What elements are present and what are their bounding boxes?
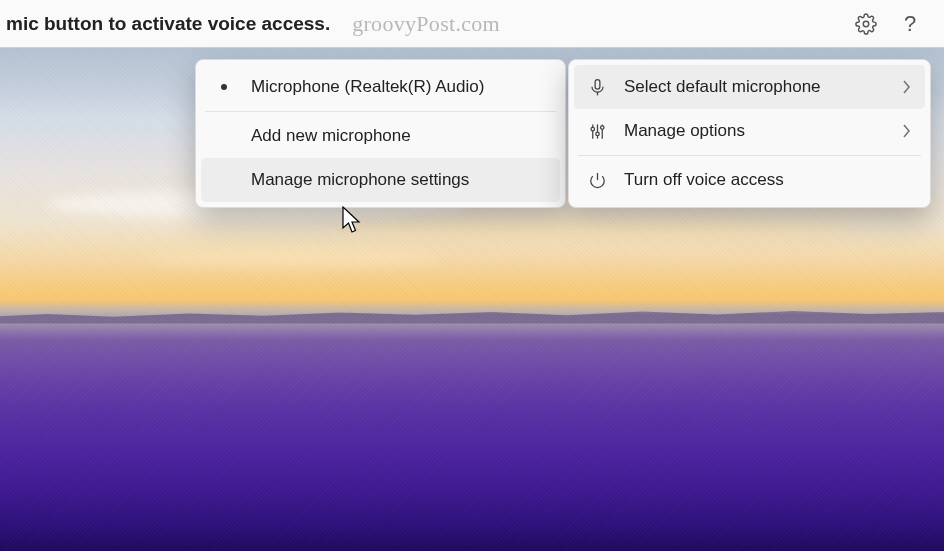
microphone-icon [586,78,608,97]
svg-point-8 [600,125,603,128]
sliders-icon [586,122,608,141]
svg-point-4 [591,127,594,130]
voice-access-bar: mic button to activate voice access. gro… [0,0,944,48]
chevron-right-icon [902,80,911,94]
settings-menu: Select default microphone Manage options… [568,59,931,208]
menu-divider [205,111,556,112]
cloud [330,219,850,241]
microphone-option[interactable]: Microphone (Realtek(R) Audio) [201,65,560,109]
menu-item-label: Turn off voice access [624,170,911,190]
cloud [142,249,442,267]
svg-point-0 [863,21,869,27]
mountain-ridge [0,300,944,324]
menu-item-label: Manage options [624,121,886,141]
help-button[interactable]: ? [894,11,926,37]
instruction-text: mic button to activate voice access. [6,13,330,35]
menu-item-label: Select default microphone [624,77,886,97]
menu-item-label: Manage microphone settings [251,170,546,190]
power-icon [586,171,608,190]
svg-point-6 [595,132,598,135]
add-microphone-item[interactable]: Add new microphone [201,114,560,158]
select-default-microphone-item[interactable]: Select default microphone [574,65,925,109]
menu-divider [578,155,921,156]
svg-rect-1 [595,79,600,89]
manage-microphone-settings-item[interactable]: Manage microphone settings [201,158,560,202]
turn-off-voice-access-item[interactable]: Turn off voice access [574,158,925,202]
microphone-submenu: Microphone (Realtek(R) Audio) Add new mi… [195,59,566,208]
watermark-text: groovyPost.com [352,11,500,37]
chevron-right-icon [902,124,911,138]
gear-icon [855,13,877,35]
menu-item-label: Add new microphone [251,126,546,146]
manage-options-item[interactable]: Manage options [574,109,925,153]
selected-bullet-icon [213,84,235,90]
settings-button[interactable] [846,4,886,44]
menu-item-label: Microphone (Realtek(R) Audio) [251,77,546,97]
